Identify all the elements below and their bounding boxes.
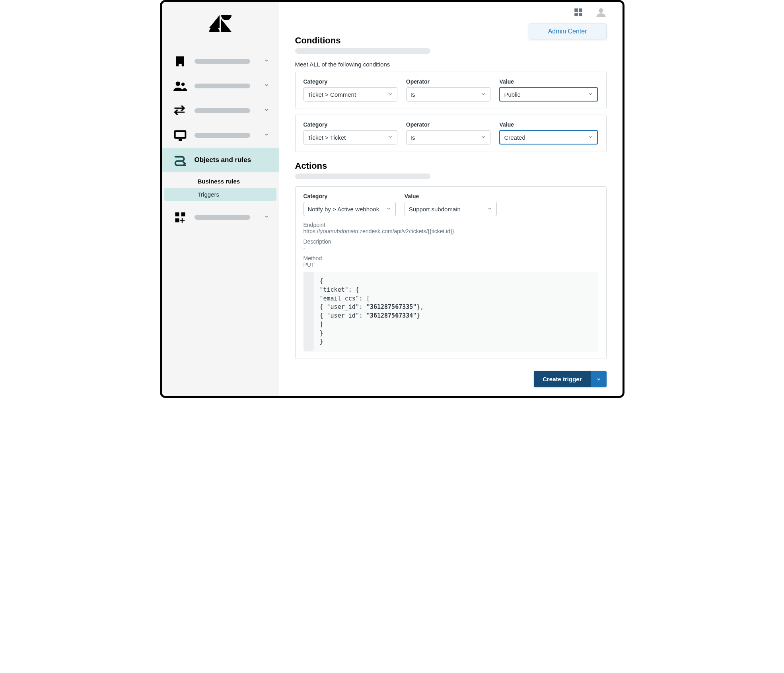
placeholder	[195, 215, 250, 220]
chevron-down-icon	[387, 134, 393, 141]
svg-rect-11	[574, 13, 578, 16]
description-label: Description	[303, 238, 598, 245]
chevron-down-icon	[387, 91, 393, 98]
method-label: Method	[303, 255, 598, 261]
people-icon	[173, 79, 187, 93]
label-operator: Operator	[406, 78, 491, 85]
description-value: -	[303, 245, 598, 251]
chevron-down-icon	[264, 132, 269, 139]
svg-rect-10	[579, 8, 582, 12]
svg-point-2	[175, 82, 180, 86]
routing-icon	[173, 153, 187, 167]
apps-plus-icon	[173, 210, 187, 224]
sidebar-item-1[interactable]	[162, 49, 279, 74]
chevron-down-icon	[481, 134, 486, 141]
method-value: PUT	[303, 261, 598, 268]
chevron-down-icon	[264, 214, 269, 221]
sidebar-nav: Objects and rules Business rules Trigger…	[162, 45, 279, 230]
endpoint-label: Endpoint	[303, 222, 598, 228]
placeholder	[195, 108, 250, 113]
subnav-header[interactable]: Business rules	[162, 175, 279, 188]
select-value: Is	[410, 134, 415, 141]
apps-grid-icon[interactable]	[573, 7, 584, 19]
monitor-icon	[173, 128, 187, 142]
chevron-down-icon	[264, 107, 269, 114]
sidebar-item-objects-rules[interactable]: Objects and rules	[162, 148, 279, 172]
admin-center-link[interactable]: Admin Center	[548, 28, 587, 35]
placeholder	[195, 59, 250, 64]
label-category: Category	[303, 78, 397, 85]
svg-rect-6	[175, 213, 179, 217]
code-content: { "ticket": { "email_ccs": [ { "user_id"…	[313, 272, 430, 351]
sidebar: Objects and rules Business rules Trigger…	[162, 2, 279, 396]
label-value: Value	[499, 121, 598, 128]
select-action-category[interactable]: Notify by > Active webhook	[303, 202, 396, 216]
topbar	[279, 2, 623, 24]
endpoint-value: https://yoursubdomain.zendesk.com/api/v2…	[303, 228, 598, 234]
svg-rect-8	[175, 218, 179, 222]
chevron-down-icon	[264, 82, 269, 90]
select-operator[interactable]: Is	[406, 87, 491, 101]
placeholder	[195, 133, 250, 138]
select-value: Notify by > Active webhook	[308, 206, 379, 213]
svg-rect-7	[181, 213, 185, 217]
chevron-down-icon	[264, 58, 269, 65]
building-icon	[173, 54, 187, 68]
select-value: Public	[504, 91, 520, 98]
select-value: Support subdomain	[409, 206, 461, 213]
create-trigger-dropdown[interactable]	[591, 371, 607, 387]
select-category[interactable]: Ticket > Comment	[303, 87, 397, 101]
select-value: Ticket > Ticket	[308, 134, 346, 141]
svg-point-13	[599, 8, 603, 13]
label-category: Category	[303, 121, 397, 128]
select-value: Created	[504, 134, 525, 141]
sidebar-item-6[interactable]	[162, 205, 279, 230]
svg-marker-0	[209, 15, 220, 28]
conditions-all-label: Meet ALL of the following conditions	[295, 61, 607, 68]
user-avatar-icon[interactable]	[595, 7, 607, 20]
placeholder	[195, 84, 250, 88]
subnav-item-triggers[interactable]: Triggers	[164, 188, 276, 201]
json-body[interactable]: { "ticket": { "email_ccs": [ { "user_id"…	[303, 272, 598, 351]
sidebar-subnav: Business rules Triggers	[162, 172, 279, 205]
placeholder	[295, 48, 430, 54]
chevron-down-icon	[588, 134, 593, 141]
sidebar-item-label: Objects and rules	[195, 156, 251, 164]
sidebar-item-4[interactable]	[162, 123, 279, 148]
admin-center-pill: Admin Center	[529, 23, 607, 39]
select-action-value[interactable]: Support subdomain	[405, 202, 497, 216]
code-gutter	[304, 272, 313, 351]
actions-title: Actions	[295, 161, 607, 171]
footer: Create trigger	[279, 365, 623, 396]
select-category[interactable]: Ticket > Ticket	[303, 130, 397, 144]
select-operator[interactable]: Is	[406, 130, 491, 144]
content: Conditions Meet ALL of the following con…	[279, 24, 623, 365]
select-value: Ticket > Comment	[308, 91, 356, 98]
condition-row: Category Ticket > Ticket Operator Is	[295, 115, 607, 152]
label-operator: Operator	[406, 121, 491, 128]
action-row: Category Notify by > Active webhook Valu…	[295, 186, 607, 359]
svg-point-3	[181, 83, 185, 86]
select-value: Is	[410, 91, 415, 98]
select-value-field[interactable]: Public	[499, 87, 598, 101]
select-value-field[interactable]: Created	[499, 130, 598, 144]
chevron-down-icon	[588, 91, 593, 98]
sidebar-item-2[interactable]	[162, 74, 279, 98]
chevron-down-icon	[481, 91, 486, 98]
sidebar-item-3[interactable]	[162, 98, 279, 123]
svg-rect-4	[175, 131, 185, 138]
svg-rect-12	[579, 13, 582, 16]
label-value: Value	[499, 78, 598, 85]
placeholder	[295, 174, 430, 179]
label-category: Category	[303, 193, 396, 199]
main-area: Admin Center Conditions Meet ALL of the …	[279, 2, 623, 396]
label-value: Value	[405, 193, 497, 199]
svg-marker-1	[221, 19, 232, 32]
app-window: Objects and rules Business rules Trigger…	[160, 0, 624, 398]
svg-rect-9	[574, 8, 578, 12]
create-trigger-button[interactable]: Create trigger	[534, 371, 590, 387]
chevron-down-icon	[487, 206, 492, 213]
condition-row: Category Ticket > Comment Operator Is	[295, 72, 607, 109]
brand-logo	[162, 2, 279, 45]
create-trigger-split-button: Create trigger	[534, 371, 606, 387]
